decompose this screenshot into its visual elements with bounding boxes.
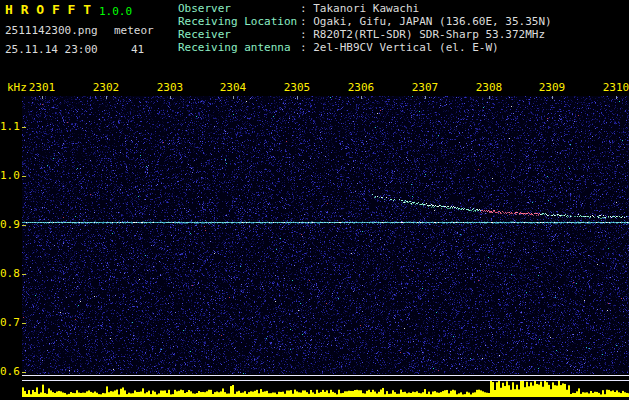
time-label: 2304 xyxy=(217,81,249,94)
freq-label: 0.7 xyxy=(0,316,19,329)
time-label: 2305 xyxy=(281,81,313,94)
time-label: 2303 xyxy=(154,81,186,94)
time-label: 2302 xyxy=(90,81,122,94)
info-row: Receiving antenna: 2el-HB9CV Vertical (e… xyxy=(178,41,499,54)
freq-label: 0.8 xyxy=(0,267,19,280)
app-version: 1.0.0 xyxy=(99,5,132,18)
freq-label: 0.6 xyxy=(0,365,19,378)
freq-label: 1.0 xyxy=(0,169,19,182)
info-separator: : xyxy=(300,15,313,28)
info-value: R820T2(RTL-SDR) SDR-Sharp 53.372MHz xyxy=(313,28,545,41)
info-value: 2el-HB9CV Vertical (el. E-W) xyxy=(313,41,498,54)
info-row: Receiving Location: Ogaki, Gifu, JAPAN (… xyxy=(178,15,552,28)
freq-label: 1.1 xyxy=(0,120,19,133)
hrofft-screen: { "app": { "title": "H R O F F T", "vers… xyxy=(0,0,629,400)
spectrogram-canvas xyxy=(22,96,629,374)
freq-unit-label: kHz xyxy=(7,81,27,94)
mode-label: meteor xyxy=(114,24,154,37)
info-row: Observer: Takanori Kawachi xyxy=(178,2,419,15)
info-label: Receiver xyxy=(178,28,300,41)
time-label: 2308 xyxy=(473,81,505,94)
info-value: Ogaki, Gifu, JAPAN (136.60E, 35.35N) xyxy=(313,15,551,28)
info-separator: : xyxy=(300,28,313,41)
time-label: 2301 xyxy=(26,81,58,94)
time-label: 2306 xyxy=(345,81,377,94)
output-filename: 2511142300.png xyxy=(5,24,98,37)
info-label: Observer xyxy=(178,2,300,15)
info-label: Receiving antenna xyxy=(178,41,300,54)
time-label: 2309 xyxy=(536,81,568,94)
freq-label: 0.9 xyxy=(0,218,19,231)
timestamp: 25.11.14 23:00 xyxy=(5,43,98,56)
info-separator: : xyxy=(300,41,313,54)
info-value: Takanori Kawachi xyxy=(313,2,419,15)
time-label: 2310 xyxy=(600,81,629,94)
app-title: H R O F F T xyxy=(5,3,91,16)
info-label: Receiving Location xyxy=(178,15,300,28)
signal-strength-strip-canvas xyxy=(22,374,629,398)
info-row: Receiver: R820T2(RTL-SDR) SDR-Sharp 53.3… xyxy=(178,28,545,41)
echo-count: 41 xyxy=(131,43,144,56)
time-label: 2307 xyxy=(409,81,441,94)
info-separator: : xyxy=(300,2,313,15)
